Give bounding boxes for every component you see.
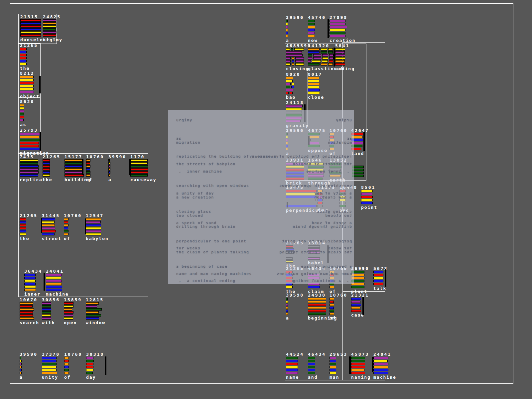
poem-line: migration	[176, 140, 200, 145]
bar-segment	[308, 35, 315, 37]
word-block-of[interactable]: 10760of	[64, 214, 82, 241]
frequency-bars	[64, 218, 82, 235]
word-block-a[interactable]: 39590a	[20, 352, 38, 380]
word-block-inner[interactable]: 36434inner	[24, 269, 42, 297]
word-block-with[interactable]: 30856with	[42, 298, 60, 325]
word-block-point[interactable]: 8501point	[361, 186, 377, 210]
poem-line-mirrored: a beginning of case	[301, 264, 352, 269]
bar-segment	[108, 174, 110, 177]
bar-segment	[330, 357, 336, 359]
bar-segment	[20, 63, 27, 65]
bar-segment	[42, 317, 51, 320]
frequency-bars	[351, 298, 369, 312]
scroll-indicator[interactable]	[82, 159, 83, 175]
word-block-the[interactable]: 21265the	[43, 155, 61, 182]
word-block-open[interactable]: 15859open	[64, 298, 82, 325]
word-block-a[interactable]: 39590a	[108, 155, 126, 182]
word-block-machine[interactable]: 24041machine	[373, 352, 396, 380]
word-block-machine[interactable]: 24041machine	[46, 269, 69, 297]
bar-segment	[308, 313, 326, 315]
scroll-indicator[interactable]	[363, 132, 365, 151]
frequency-bars	[286, 77, 300, 94]
bar-segment	[286, 366, 298, 368]
block-label: the	[20, 66, 38, 71]
word-block-migration[interactable]: 25793migration	[20, 128, 49, 156]
word-block-bao[interactable]: 8820bao	[286, 72, 300, 100]
block-label: of	[330, 316, 347, 321]
bar-segment	[86, 168, 90, 171]
bar-segment	[20, 360, 22, 362]
word-block-day[interactable]: 30318day	[86, 352, 104, 380]
bar-segment	[24, 289, 36, 291]
scroll-indicator[interactable]	[362, 297, 364, 315]
block-number: 31445	[42, 214, 62, 218]
word-block-search[interactable]: 10670search	[20, 298, 39, 325]
bar-segment	[286, 54, 303, 57]
scroll-indicator[interactable]	[39, 76, 41, 93]
bar-segment	[373, 363, 388, 365]
scroll-indicator[interactable]	[333, 48, 335, 66]
scroll-indicator[interactable]	[41, 218, 42, 233]
word-block-closing[interactable]: 4689590closing	[286, 44, 311, 71]
bar-segment	[308, 92, 320, 94]
block-number: 15859	[64, 298, 82, 302]
word-block-window[interactable]: 12815window	[86, 298, 105, 325]
word-block-as[interactable]: 8620as	[20, 100, 34, 127]
bar-segment	[20, 302, 33, 305]
scroll-indicator[interactable]	[372, 357, 373, 372]
scroll-indicator[interactable]	[44, 273, 45, 291]
word-block-of[interactable]: 10760of	[330, 293, 347, 321]
word-block-of[interactable]: 10760of	[64, 352, 82, 380]
word-block-urgîmy[interactable]: 24825urgîmy	[43, 15, 63, 42]
bar-segment	[20, 60, 27, 62]
word-block-naming[interactable]: 45873naming	[351, 352, 371, 380]
word-block-ending[interactable]: 5841ending	[335, 44, 355, 71]
word-block-creation[interactable]: 27898creation	[330, 16, 356, 43]
bar-segment	[373, 366, 388, 368]
block-number: 10760	[64, 214, 82, 218]
word-block-new[interactable]: 45740new	[308, 16, 326, 43]
scroll-indicator[interactable]	[349, 356, 351, 374]
word-block-object[interactable]: 8212object	[20, 71, 40, 99]
block-label: naming	[351, 375, 371, 380]
bar-segment	[308, 80, 319, 82]
bar-segment	[308, 301, 326, 303]
bar-segment	[65, 168, 83, 171]
bar-segment	[20, 311, 33, 314]
bar-segment	[351, 307, 360, 309]
word-block-causeway[interactable]: 1170causeway	[130, 155, 157, 182]
frequency-bars	[24, 274, 42, 291]
scroll-indicator[interactable]	[85, 218, 86, 234]
word-block-the[interactable]: 21265the	[20, 214, 38, 241]
bar-segment	[20, 19, 41, 22]
bar-segment	[86, 366, 93, 368]
frame-line	[285, 380, 385, 380]
word-block-man[interactable]: 29653man	[330, 352, 347, 380]
scroll-indicator[interactable]	[385, 269, 386, 287]
word-block-babylon[interactable]: 12547babylon	[86, 214, 109, 241]
scroll-indicator[interactable]	[328, 19, 329, 38]
bar-segment	[86, 224, 101, 226]
word-block-case[interactable]: 21321case	[351, 293, 369, 318]
bar-segment	[295, 57, 304, 60]
word-block-of[interactable]: 10760of	[86, 155, 104, 182]
word-block-the[interactable]: 21265the	[20, 44, 38, 71]
scroll-indicator[interactable]	[129, 159, 131, 175]
word-block-street[interactable]: 31445street	[42, 214, 62, 241]
bar-segment	[86, 372, 93, 374]
bar-segment	[330, 23, 345, 25]
frequency-bars	[308, 20, 326, 37]
frequency-bars	[308, 77, 324, 94]
word-block-unity[interactable]: 37370unity	[42, 352, 60, 380]
scroll-indicator[interactable]	[40, 132, 41, 151]
frequency-bars	[335, 48, 355, 66]
poem-overlay: urgîmyurgîmyasasmigrationmigrationreplic…	[168, 110, 354, 284]
word-block-close[interactable]: 8017close	[308, 72, 324, 100]
bar-segment	[361, 190, 373, 192]
word-block-a[interactable]: 39590a	[286, 293, 304, 321]
bar-segment	[286, 105, 303, 107]
word-block-a[interactable]: 39590a	[286, 16, 304, 43]
word-block-name[interactable]: 44524name	[286, 352, 304, 380]
word-block-and[interactable]: 46434and	[308, 352, 326, 380]
scroll-indicator[interactable]	[105, 356, 106, 375]
